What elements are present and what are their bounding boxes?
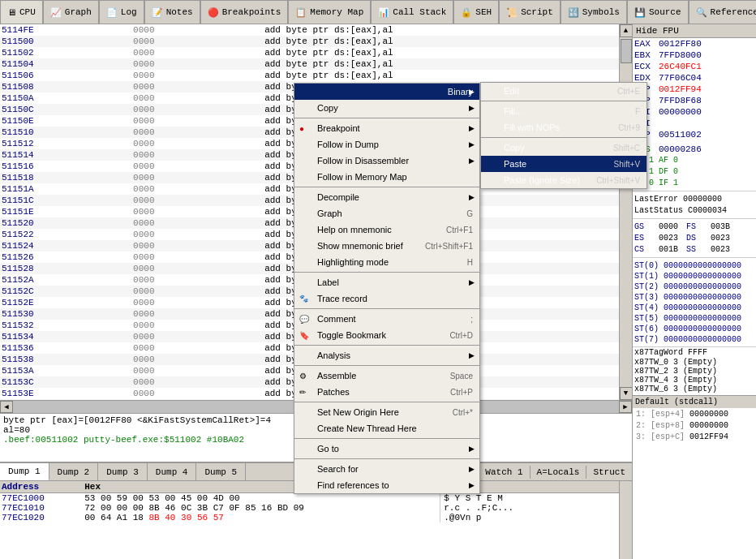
reg-header[interactable]: Hide FPU [633, 24, 756, 38]
disasm-row[interactable]: 5114FE 0000 add byte ptr ds:[eax],al [0, 24, 619, 36]
stack-3: 3: [esp+C] 0012FF94 [634, 432, 754, 443]
cpu-icon: 🖥 [7, 7, 16, 18]
ctx-sep1 [294, 118, 479, 118]
disasm-row[interactable]: 511500 0000 add byte ptr ds:[eax],al [0, 36, 619, 47]
ctx-follow-disasm[interactable]: Follow in Disassembler [294, 153, 479, 169]
tab-breakpoints[interactable]: 🔴 Breakpoints [200, 0, 289, 24]
x87-tag: x87TagWord FFFF [633, 346, 756, 358]
disasm-bytes: 0000 [131, 252, 263, 263]
tab-script[interactable]: 📜 Script [499, 0, 561, 24]
ctx-new-thread[interactable]: Create New Thread Here [294, 420, 479, 436]
scroll-thumb[interactable] [621, 39, 632, 63]
disasm-addr: 511502 [0, 47, 131, 58]
tab-symbols[interactable]: 🔣 Symbols [561, 0, 627, 24]
binary-submenu[interactable]: Edit Ctrl+E Fill... F Fill with NOPs Ctr… [480, 82, 647, 189]
disasm-addr: 511506 [0, 70, 131, 81]
binary-copy[interactable]: Copy Shift+C [481, 140, 646, 156]
ctx-toggle-bookmark[interactable]: 🔖 Toggle Bookmark Ctrl+D [294, 327, 479, 343]
tab-cpu[interactable]: 🖥 CPU [0, 0, 43, 24]
dump-scrollbar[interactable] [619, 481, 632, 559]
disasm-addr: 51150A [0, 92, 131, 104]
dump-tab-5[interactable]: Dump 5 [196, 463, 246, 480]
scroll-right-arrow[interactable]: ▶ [619, 401, 632, 413]
ctx-decompile[interactable]: Decompile [294, 189, 479, 205]
dump-hex: 72 00 00 00 8B 46 0C 3B C7 0F 85 16 BD 0… [83, 503, 440, 513]
memmap-icon: 📋 [295, 7, 307, 18]
ctx-search[interactable]: Search for [294, 461, 479, 477]
binary-paste-ignore[interactable]: Paste (Ignore Size) Ctrl+Shift+V [481, 172, 646, 188]
scroll-up-arrow[interactable]: ▲ [620, 24, 633, 37]
struct-tab[interactable]: Struct [586, 466, 632, 479]
ctx-help-mnemonic[interactable]: Help on mnemonic Ctrl+F1 [294, 221, 479, 238]
dump-ascii: .@0Vn p [440, 513, 619, 522]
locals-tab[interactable]: A=Locals [530, 466, 586, 479]
ctx-set-origin[interactable]: Set New Origin Here Ctrl+* [294, 404, 479, 420]
tab-reference[interactable]: 🔍 Reference [689, 0, 756, 24]
tab-graph[interactable]: 📈 Graph [43, 0, 99, 24]
disasm-bytes: 0000 [131, 92, 263, 104]
extra-tabs: Watch 1 A=Locals Struct [478, 463, 632, 480]
dump-row[interactable]: 77EC1020 00 64 A1 18 8B 40 30 56 57 .@0V… [0, 513, 619, 522]
ctx-graph-label: Graph [317, 209, 342, 218]
ctx-patches[interactable]: ✏ Patches Ctrl+P [294, 384, 479, 400]
tab-notes[interactable]: 📝 Notes [144, 0, 200, 24]
ctx-analysis[interactable]: Analysis [294, 347, 479, 363]
binary-edit[interactable]: Edit Ctrl+E [481, 83, 646, 99]
seh-icon: 🔒 [461, 7, 472, 18]
breakpoint-dot-icon: ● [299, 124, 304, 133]
disasm-row[interactable]: 511506 0000 add byte ptr ds:[eax],al [0, 70, 619, 81]
ctx-find-refs[interactable]: Find references to [294, 477, 479, 493]
disasm-row[interactable]: 511502 0000 add byte ptr ds:[eax],al [0, 47, 619, 58]
dump-tab-3[interactable]: Dump 3 [98, 463, 148, 480]
ctx-bookmark-icon: 🔖 [299, 331, 309, 340]
ctx-copy[interactable]: Copy [294, 100, 479, 116]
ctx-breakpoint[interactable]: ● Breakpoint [294, 120, 479, 136]
ctx-highlighting-label: Highlighting mode [317, 257, 389, 267]
binary-fill-nops[interactable]: Fill with NOPs Ctrl+9 [481, 119, 646, 135]
ctx-patches-label: Patches [317, 387, 350, 397]
fpu-st5: ST(5) 0000000000000000 [633, 313, 756, 324]
ctx-graph[interactable]: Graph G [294, 205, 479, 221]
tab-seh[interactable]: 🔒 SEH [453, 0, 499, 24]
ctx-follow-dump[interactable]: Follow in Dump [294, 136, 479, 153]
ctx-mnemonic-brief[interactable]: Show mnemonic brief Ctrl+Shift+F1 [294, 238, 479, 254]
binary-fill[interactable]: Fill... F [481, 103, 646, 119]
binary-paste[interactable]: Paste Shift+V [481, 156, 646, 172]
disasm-bytes: 0000 [131, 127, 263, 138]
dump-tab-1[interactable]: Dump 1 [0, 463, 49, 480]
symbols-icon: 🔣 [568, 7, 579, 18]
dump-row[interactable]: 77EC1000 53 00 59 00 53 00 45 00 4D 00 $… [0, 493, 619, 504]
ctx-highlighting[interactable]: Highlighting mode H [294, 254, 479, 270]
toolbar: 🖥 CPU 📈 Graph 📄 Log 📝 Notes 🔴 Breakpoint… [0, 0, 756, 24]
dump-row[interactable]: 77EC1010 72 00 00 00 8B 46 0C 3B C7 0F 8… [0, 503, 619, 513]
scroll-down-arrow[interactable]: ▼ [620, 387, 633, 400]
scroll-left-arrow[interactable]: ◀ [0, 401, 13, 413]
disasm-addr: 51151A [0, 183, 131, 195]
tab-memory-map[interactable]: 📋 Memory Map [288, 0, 371, 24]
dump-tab-4[interactable]: Dump 4 [148, 463, 197, 480]
ctx-label[interactable]: Label [294, 274, 479, 290]
ctx-follow-memmap[interactable]: Follow in Memory Map [294, 169, 479, 185]
ctx-assemble[interactable]: ⚙ Assemble Space [294, 368, 479, 384]
disasm-row[interactable]: 511504 0000 add byte ptr ds:[eax],al [0, 58, 619, 70]
ctx-trace-record[interactable]: 🐾 Trace record [294, 290, 479, 307]
ctx-comment[interactable]: 💬 Comment ; [294, 311, 479, 327]
disasm-scrollbar[interactable]: ▲ ▼ [619, 24, 632, 400]
tab-log[interactable]: 📄 Log [99, 0, 144, 24]
dump-tab-2[interactable]: Dump 2 [49, 463, 99, 480]
ctx-binary[interactable]: Binary Edit Ctrl+E Fill... F [294, 84, 479, 100]
disasm-addr: 5114FE [0, 24, 131, 36]
last-status: LastStatus C0000034 [633, 205, 756, 217]
disasm-bytes: 0000 [131, 70, 263, 81]
disasm-addr: 51153A [0, 365, 131, 376]
log-icon: 📄 [106, 7, 118, 18]
context-menu[interactable]: Binary Edit Ctrl+E Fill... F [294, 83, 480, 494]
disasm-addr: 51152A [0, 274, 131, 286]
tab-call-stack[interactable]: 📊 Call Stack [371, 0, 453, 24]
tab-source[interactable]: 💾 Source [627, 0, 689, 24]
dump-col-address: Address [0, 481, 83, 493]
ctx-goto[interactable]: Go to [294, 441, 479, 457]
watch-tab[interactable]: Watch 1 [478, 466, 529, 479]
reference-icon: 🔍 [696, 7, 707, 18]
ctx-sep8 [294, 438, 479, 439]
